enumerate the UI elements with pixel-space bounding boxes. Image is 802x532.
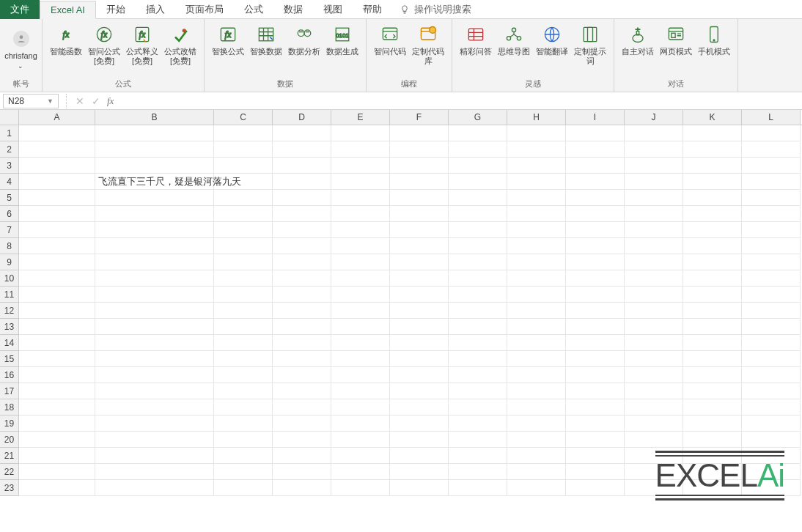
cell-D5[interactable] [273, 190, 331, 206]
cell-H22[interactable] [507, 464, 566, 480]
col-header-B[interactable]: B [95, 110, 214, 125]
cell-B16[interactable] [95, 367, 214, 383]
cell-D23[interactable] [273, 480, 331, 496]
cell-A11[interactable] [19, 287, 95, 303]
cell-D7[interactable] [273, 222, 331, 238]
cell-G13[interactable] [449, 319, 507, 335]
cell-D2[interactable] [273, 141, 331, 158]
cell-G10[interactable] [449, 270, 507, 287]
row-header-13[interactable]: 13 [0, 319, 19, 335]
cell-I8[interactable] [566, 238, 625, 254]
cell-D19[interactable] [273, 415, 331, 432]
cell-L14[interactable] [742, 335, 801, 351]
cell-J20[interactable] [625, 432, 683, 448]
cell-L18[interactable] [742, 399, 801, 415]
cell-J6[interactable] [625, 206, 683, 222]
cell-I15[interactable] [566, 351, 625, 367]
cell-G4[interactable] [449, 174, 507, 190]
cell-F15[interactable] [390, 351, 449, 367]
cell-C3[interactable] [214, 158, 273, 174]
cell-E9[interactable] [331, 254, 390, 270]
col-header-H[interactable]: H [507, 110, 566, 125]
cell-L5[interactable] [742, 190, 801, 206]
cell-I13[interactable] [566, 319, 625, 335]
cell-I4[interactable] [566, 174, 625, 190]
cell-J16[interactable] [625, 367, 683, 383]
cell-F12[interactable] [390, 303, 449, 319]
cell-I9[interactable] [566, 254, 625, 270]
cell-E20[interactable] [331, 432, 390, 448]
cell-H17[interactable] [507, 383, 566, 399]
cell-J13[interactable] [625, 319, 683, 335]
cell-D3[interactable] [273, 158, 331, 174]
cell-L16[interactable] [742, 367, 801, 383]
cell-L8[interactable] [742, 238, 801, 254]
cell-I18[interactable] [566, 399, 625, 415]
fix-formula-button[interactable]: 公式改错 [免费] [161, 21, 199, 68]
cell-J2[interactable] [625, 141, 683, 158]
col-header-A[interactable]: A [19, 110, 95, 125]
cell-H5[interactable] [507, 190, 566, 206]
col-header-J[interactable]: J [625, 110, 683, 125]
cell-E1[interactable] [331, 125, 390, 141]
cell-F6[interactable] [390, 206, 449, 222]
cell-C2[interactable] [214, 141, 273, 158]
cell-A8[interactable] [19, 238, 95, 254]
col-header-F[interactable]: F [390, 110, 449, 125]
cell-E14[interactable] [331, 335, 390, 351]
cell-I16[interactable] [566, 367, 625, 383]
row-header-10[interactable]: 10 [0, 270, 19, 287]
cell-J4[interactable] [625, 174, 683, 190]
cell-H9[interactable] [507, 254, 566, 270]
cell-G19[interactable] [449, 415, 507, 432]
cell-I7[interactable] [566, 222, 625, 238]
cell-E6[interactable] [331, 206, 390, 222]
tab-3[interactable]: 公式 [234, 0, 273, 19]
cell-F20[interactable] [390, 432, 449, 448]
cell-C5[interactable] [214, 190, 273, 206]
cell-H4[interactable] [507, 174, 566, 190]
cell-G3[interactable] [449, 158, 507, 174]
cell-L9[interactable] [742, 254, 801, 270]
cell-H3[interactable] [507, 158, 566, 174]
cell-F4[interactable] [390, 174, 449, 190]
row-header-12[interactable]: 12 [0, 303, 19, 319]
cell-C1[interactable] [214, 125, 273, 141]
cell-D8[interactable] [273, 238, 331, 254]
fx-icon[interactable]: fx [104, 95, 117, 107]
cell-L3[interactable] [742, 158, 801, 174]
tell-me-search[interactable]: 操作说明搜索 [392, 0, 479, 19]
cell-K9[interactable] [683, 254, 742, 270]
cell-I2[interactable] [566, 141, 625, 158]
cell-K1[interactable] [683, 125, 742, 141]
cell-C13[interactable] [214, 319, 273, 335]
cell-G1[interactable] [449, 125, 507, 141]
col-header-C[interactable]: C [214, 110, 273, 125]
cell-H18[interactable] [507, 399, 566, 415]
cell-B11[interactable] [95, 287, 214, 303]
cell-H14[interactable] [507, 335, 566, 351]
cell-I17[interactable] [566, 383, 625, 399]
col-header-E[interactable]: E [331, 110, 390, 125]
tab-6[interactable]: 帮助 [353, 0, 392, 19]
cell-H15[interactable] [507, 351, 566, 367]
col-header-G[interactable]: G [449, 110, 507, 125]
cell-A5[interactable] [19, 190, 95, 206]
cell-E3[interactable] [331, 158, 390, 174]
cell-A13[interactable] [19, 319, 95, 335]
row-header-19[interactable]: 19 [0, 415, 19, 432]
cell-J14[interactable] [625, 335, 683, 351]
cell-C18[interactable] [214, 399, 273, 415]
cell-B12[interactable] [95, 303, 214, 319]
cell-K19[interactable] [683, 415, 742, 432]
cell-L19[interactable] [742, 415, 801, 432]
cell-D17[interactable] [273, 383, 331, 399]
cell-H7[interactable] [507, 222, 566, 238]
cell-F22[interactable] [390, 464, 449, 480]
cell-C15[interactable] [214, 351, 273, 367]
cell-E7[interactable] [331, 222, 390, 238]
cell-J15[interactable] [625, 351, 683, 367]
cell-K15[interactable] [683, 351, 742, 367]
cell-J10[interactable] [625, 270, 683, 287]
cell-A9[interactable] [19, 254, 95, 270]
